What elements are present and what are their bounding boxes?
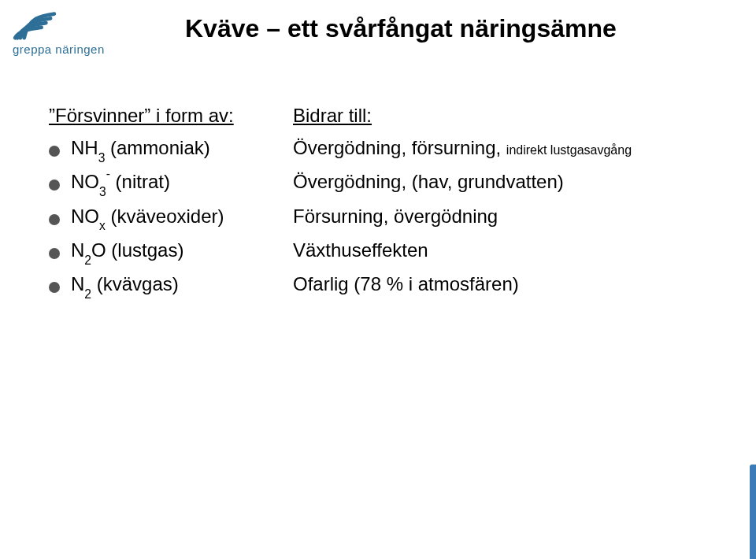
left-cell: N2O (lustgas) — [71, 237, 183, 266]
bullet-icon — [49, 180, 60, 191]
left-cell: NOx (kväveoxider) — [71, 203, 224, 232]
right-column-heading: Bidrar till: — [293, 102, 372, 130]
left-cell: N2 (kvävgas) — [71, 271, 179, 300]
left-cell: NH3 (ammoniak) — [71, 135, 210, 164]
right-cell: Försurning, övergödning — [293, 203, 498, 231]
right-cell: Växthuseffekten — [293, 237, 428, 265]
list-item: N2 (kvävgas) Ofarlig (78 % i atmosfären) — [49, 271, 710, 300]
right-cell: Övergödning, (hav, grundvatten) — [293, 168, 564, 196]
list-item: NO3- (nitrat) Övergödning, (hav, grundva… — [49, 168, 710, 198]
logo: greppa näringen — [13, 8, 105, 56]
right-cell: Ofarlig (78 % i atmosfären) — [293, 271, 519, 298]
bullet-icon — [49, 248, 60, 259]
logo-mark-icon — [13, 8, 58, 41]
content-area: ”Försvinner” i form av: Bidrar till: NH3… — [49, 102, 710, 305]
accent-bar — [750, 465, 756, 559]
bullet-icon — [49, 146, 60, 157]
list-item: NOx (kväveoxider) Försurning, övergödnin… — [49, 203, 710, 232]
right-cell: Övergödning, försurning, indirekt lustga… — [293, 135, 632, 162]
left-cell: NO3- (nitrat) — [71, 168, 170, 198]
logo-text: greppa näringen — [13, 43, 105, 56]
list-item: NH3 (ammoniak) Övergödning, försurning, … — [49, 135, 710, 164]
bullet-icon — [49, 214, 60, 225]
heading-row: ”Försvinner” i form av: Bidrar till: — [49, 102, 710, 130]
list-item: N2O (lustgas) Växthuseffekten — [49, 237, 710, 266]
bullet-icon — [49, 282, 60, 293]
page-title: Kväve – ett svårfångat näringsämne — [185, 14, 617, 43]
left-column-heading: ”Försvinner” i form av: — [49, 102, 234, 130]
